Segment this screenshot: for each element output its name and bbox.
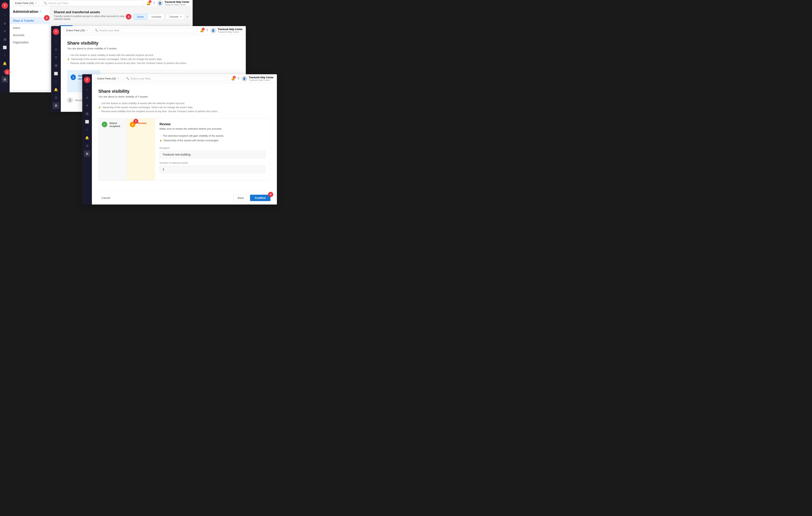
- layer3-step2-panel: 2 5 Review: [126, 118, 155, 180]
- layer2-sidebar: T › ⌂ ≡ ⊞ ⬜ ↑ 🔔 ⊙ ⚙: [51, 26, 61, 112]
- layer3-avatar: 👤: [241, 76, 247, 82]
- layer3-search[interactable]: 🔍 Search your fleet...: [124, 76, 229, 81]
- assets-value: 3: [160, 166, 265, 173]
- sidebar-item-users[interactable]: Users: [10, 24, 50, 31]
- footer-right-buttons: Back Confirm 6: [233, 195, 270, 201]
- layer3-modal: T › ⌂ ≡ ⊞ ⬜ ↑ 🔔 ⊙ ⚙ Entire Fleet (20) ▼ …: [82, 74, 277, 204]
- fleet-selector[interactable]: Entire Fleet (20) ▼: [13, 1, 39, 6]
- sidebar-icon-grid[interactable]: ⊞: [2, 36, 8, 42]
- layer2-userorg: Trackunit Help Center: [218, 31, 242, 33]
- layer2-share-icon[interactable]: ⊙: [53, 94, 59, 101]
- sidebar-nav: T › ⌂ ≡ ⊞ ⬜ ↑ 🔔 ⊙ ⚙: [0, 0, 10, 92]
- notification-button[interactable]: 🔔 2: [146, 1, 151, 5]
- layer3-userorg: Trackunit Help Center: [249, 79, 274, 81]
- user-avatar: 👤: [157, 0, 163, 6]
- layer3-topbar: Entire Fleet (20) ▼ 🔍 Search your fleet.…: [92, 74, 277, 83]
- sidebar-icon-home[interactable]: ⌂: [2, 20, 8, 27]
- layer2-notif[interactable]: 🔔 2: [200, 29, 204, 32]
- left-nav: Administration ⓘ Share & Transfer 2 User…: [10, 6, 50, 90]
- layer2-fleet-selector[interactable]: Entire Fleet (20) ▼: [64, 28, 90, 33]
- confirm-button[interactable]: Confirm: [250, 195, 270, 201]
- sidebar-item-organization[interactable]: Organization: [10, 39, 50, 46]
- layer3-help[interactable]: ?: [237, 77, 239, 81]
- assets-label: Number of selected assets: [160, 162, 265, 164]
- layer3-menu-icon[interactable]: ≡: [84, 103, 90, 109]
- layer2-upload-icon[interactable]: ↑: [53, 78, 59, 85]
- layer3-sidebar: T › ⌂ ≡ ⊞ ⬜ ↑ 🔔 ⊙ ⚙: [82, 74, 92, 204]
- recipient-value: Trackunit new building,: [160, 151, 265, 159]
- layer3-step2-label: Review: [138, 122, 146, 125]
- review-assets-field: Number of selected assets 3: [160, 162, 265, 173]
- layer3-upload-icon[interactable]: ↑: [84, 126, 90, 133]
- layer3-file-icon[interactable]: ⬜: [84, 118, 90, 125]
- layer3-step1-label: Select recipient: [109, 122, 123, 127]
- admin-info-icon[interactable]: ⓘ: [39, 10, 42, 13]
- layer2-subtitle: You are about to share visibility of 3 a…: [67, 47, 239, 50]
- layer2-info-1: ○ Use this feature to share visibility o…: [67, 53, 239, 57]
- layer3-review-content: Review Make sure to review the selection…: [155, 118, 270, 180]
- user-org: Trackunit Help Center: [165, 3, 190, 6]
- layer3-home-icon[interactable]: ⌂: [84, 94, 90, 101]
- layer3-notif[interactable]: 🔔 2: [231, 77, 235, 81]
- unshare-button[interactable]: Unshare: [148, 14, 164, 20]
- review-checks: ○ The selected recipient will gain visib…: [160, 134, 265, 143]
- layer2-menu-icon[interactable]: ≡: [53, 54, 59, 61]
- sidebar-icon-bell[interactable]: 🔔: [2, 60, 8, 67]
- layer3-title: Share visibility: [98, 89, 270, 94]
- cancel-button[interactable]: Cancel: [98, 195, 114, 201]
- sidebar-icon-collapse[interactable]: ›: [2, 12, 8, 19]
- review-lock-icon: 🔒: [160, 139, 162, 142]
- sidebar-icon-upload[interactable]: ↑: [2, 52, 8, 59]
- review-recipient-field: Recipient Trackunit new building,: [160, 147, 265, 159]
- recipient-label: Recipient: [160, 147, 265, 149]
- layer2-settings-icon[interactable]: ⚙: [53, 103, 59, 109]
- panel-actions: Shared and transferred assets Transfer a…: [54, 10, 188, 23]
- layer2-bell-icon[interactable]: 🔔: [53, 86, 59, 93]
- layer3-settings-icon[interactable]: ⚙: [84, 150, 90, 157]
- layer2-search[interactable]: 🔍 Search your fleet...: [93, 28, 197, 33]
- layer2-topbar: Entire Fleet (20) ▼ 🔍 Search your fleet.…: [61, 26, 246, 35]
- review-title: Review: [160, 122, 265, 126]
- sidebar-item-accounts[interactable]: Accounts: [10, 31, 50, 39]
- layer2-help[interactable]: ?: [206, 29, 208, 32]
- step-badge-5: 5: [134, 119, 138, 124]
- sidebar-icon-file[interactable]: ⬜: [2, 44, 8, 51]
- layer2-file-icon[interactable]: ⬜: [53, 70, 59, 77]
- back-button[interactable]: Back: [233, 195, 248, 201]
- layer3-content: Entire Fleet (20) ▼ 🔍 Search your fleet.…: [92, 74, 277, 204]
- layer3-fleet-selector[interactable]: Entire Fleet (20) ▼: [95, 76, 121, 81]
- layer2-topbar-right: 🔔 2 ? 👤 Trackunit Help Center Trackunit …: [200, 28, 242, 33]
- review-check-1: ○ The selected recipient will gain visib…: [160, 134, 265, 138]
- layer3-collapse-icon[interactable]: ›: [84, 86, 90, 93]
- app-logo: T: [2, 2, 8, 9]
- layer2-collapse-icon[interactable]: ›: [53, 38, 59, 45]
- review-check-2: 🔒 Ownership of the assets will remain un…: [160, 138, 265, 143]
- layer2-user: 👤 Trackunit Help Center Trackunit Help C…: [210, 28, 242, 33]
- layer3-grid-icon[interactable]: ⊞: [84, 110, 90, 117]
- step-badge-6: 6: [268, 192, 273, 197]
- sidebar-icon-menu[interactable]: ≡: [2, 28, 8, 34]
- transfer-button[interactable]: Transfer ↗: [166, 14, 185, 20]
- panel-subtitle: Transfer assets to another account or al…: [54, 15, 126, 21]
- user-name: Trackunit Help Center: [165, 1, 190, 3]
- settings-icon[interactable]: ⚙: [186, 15, 188, 18]
- layer3-user: 👤 Trackunit Help Center Trackunit Help C…: [241, 76, 274, 82]
- layer2-grid-icon[interactable]: ⊞: [53, 62, 59, 69]
- share-transfer-label: Share & Transfer: [13, 19, 34, 22]
- topbar-right: 🔔 2 ? 👤 Trackunit Help Center Trackunit …: [146, 0, 190, 6]
- layer2-avatar: 👤: [210, 28, 216, 33]
- layer3-body: Share visibility You are about to share …: [92, 83, 277, 191]
- sidebar-icon-settings[interactable]: ⚙: [2, 76, 8, 83]
- admin-title: Administration ⓘ: [10, 10, 50, 17]
- transfer-icon: ↗: [180, 15, 182, 18]
- layer3-bell-icon[interactable]: 🔔: [84, 135, 90, 141]
- layer3-share-icon[interactable]: ⊙: [84, 143, 90, 149]
- layer3-steps: ✓ Select recipient 2 5 Review: [98, 118, 270, 181]
- search-bar[interactable]: 🔍 Search your fleet...: [41, 1, 144, 6]
- topbar: Entire Fleet (20) ▼ 🔍 Search your fleet.…: [10, 0, 193, 6]
- sidebar-item-share-transfer[interactable]: Share & Transfer 2: [10, 17, 50, 24]
- layer3-subtitle: You are about to share visibility of 3 a…: [98, 95, 270, 98]
- help-button[interactable]: ?: [153, 1, 155, 5]
- share-button[interactable]: Share: [134, 14, 147, 20]
- layer2-home-icon[interactable]: ⌂: [53, 46, 59, 53]
